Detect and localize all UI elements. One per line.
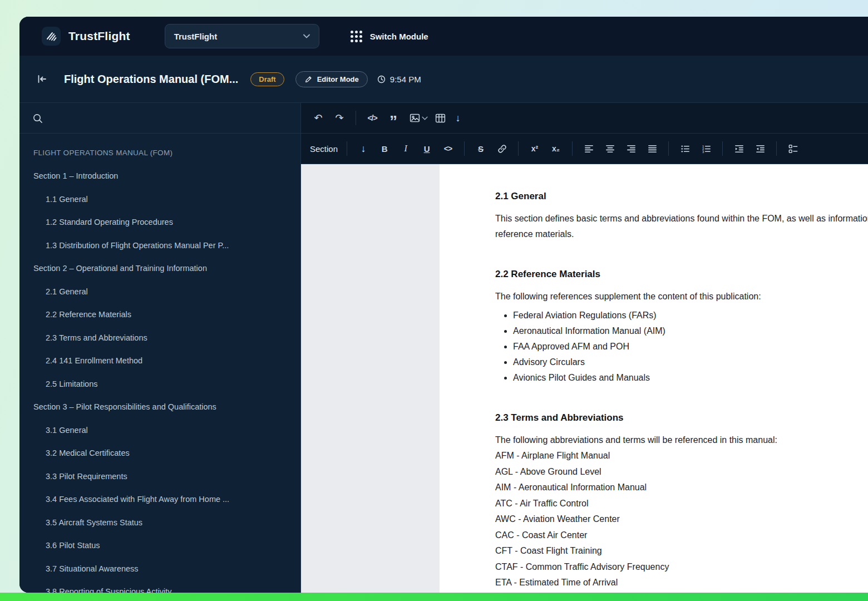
toc-item[interactable]: 3.5 Aircraft Systems Status — [19, 511, 300, 534]
align-right-button[interactable] — [620, 138, 642, 159]
abbreviation-line[interactable]: CFT - Coast Flight Training — [495, 543, 868, 559]
outdent-button[interactable] — [749, 138, 771, 159]
abbreviation-line[interactable]: AGL - Above Ground Level — [495, 464, 868, 480]
italic-button[interactable]: I — [395, 138, 416, 159]
align-left-button[interactable] — [578, 138, 599, 159]
abbreviation-line[interactable]: AWC - Aviation Weather Center — [495, 511, 868, 528]
toc-item-label: 3.8 Reporting of Suspicious Activity — [46, 587, 171, 593]
toc-item-label: Section 1 – Introduction — [33, 171, 118, 180]
abbreviation-line[interactable]: AFM - Airplane Flight Manual — [495, 448, 868, 464]
toc-item[interactable]: 2.1 General — [19, 280, 300, 303]
reference-list-item[interactable]: Federal Aviation Regulations (FARs) — [513, 308, 868, 323]
toc-item[interactable]: 2.2 Reference Materials — [19, 303, 300, 327]
toc-item[interactable]: 2.3 Terms and Abbreviations — [19, 326, 300, 349]
section-paragraph[interactable]: This section defines basic terms and abb… — [495, 211, 868, 242]
section-heading[interactable]: 2.2 Reference Materials — [495, 268, 868, 281]
toc-root-item[interactable]: FLIGHT OPERATIONS MANUAL (FOM) — [19, 141, 300, 165]
inline-code-button[interactable]: <> — [437, 138, 458, 159]
bullet-list-button[interactable] — [674, 138, 696, 159]
toc-item-label: 2.5 Limitations — [46, 380, 98, 388]
section-heading[interactable]: 2.1 General — [495, 190, 868, 203]
toolbar-divider — [722, 141, 723, 156]
abbreviation-line[interactable]: CTAF - Common Traffic Advisory Frequency — [495, 559, 868, 575]
abbreviation-line[interactable]: AIM - Aeronautical Information Manual — [495, 480, 868, 496]
toolbar-divider — [347, 141, 347, 156]
editor-mode-label: Editor Mode — [317, 75, 359, 83]
insert-table-button[interactable] — [430, 107, 451, 129]
accent-bottom-bar — [0, 593, 868, 601]
subscript-button[interactable]: x₂ — [545, 138, 566, 159]
toc-item-label: 2.4 141 Enrollment Method — [46, 356, 142, 365]
align-justify-button[interactable] — [642, 138, 663, 159]
toc-item[interactable]: 1.1 General — [19, 188, 300, 211]
reference-list-item[interactable]: Aeronautical Information Manual (AIM) — [513, 323, 868, 339]
reference-list-item[interactable]: Avionics Pilot Guides and Manuals — [513, 370, 868, 386]
redo-button[interactable]: ↷ — [329, 107, 350, 129]
table-options-arrow-icon[interactable]: ↓ — [451, 107, 465, 129]
undo-button[interactable]: ↶ — [308, 107, 329, 129]
bold-button[interactable]: B — [374, 138, 395, 159]
toc-item[interactable]: 1.2 Standard Operating Procedures — [19, 211, 300, 234]
abbreviation-line[interactable]: ATC - Air Traffic Control — [495, 496, 868, 512]
superscript-button[interactable]: x² — [524, 138, 545, 159]
toolbar-divider — [572, 141, 573, 156]
document-page[interactable]: 2.1 General This section defines basic t… — [440, 164, 868, 593]
toc-item[interactable]: 2.5 Limitations — [19, 372, 300, 396]
toc-item[interactable]: 2.4 141 Enrollment Method — [19, 349, 300, 373]
image-options-chevron-icon[interactable] — [422, 116, 430, 120]
trustflight-logo-icon — [42, 27, 61, 46]
toc-item[interactable]: 3.1 General — [19, 418, 300, 442]
sidebar-search[interactable] — [19, 103, 300, 134]
abbreviation-line[interactable]: ETA - Estimated Time of Arrival — [495, 575, 868, 591]
switch-module-button[interactable]: Switch Module — [351, 31, 428, 42]
toc-item-label: 3.7 Situational Awareness — [46, 564, 139, 573]
toc-item[interactable]: 1.3 Distribution of Flight Operations Ma… — [19, 234, 300, 257]
insert-section-below-button[interactable]: ↓ — [353, 138, 374, 159]
toc-item[interactable]: Section 1 – Introduction — [19, 165, 300, 188]
status-badge: Draft — [250, 72, 284, 86]
toc-item[interactable]: 3.8 Reporting of Suspicious Activity — [19, 580, 300, 593]
indent-button[interactable] — [728, 138, 749, 159]
toolbar-row-insert: ↶ ↷ </> ” ↓ — [301, 103, 868, 134]
toc-items: Section 1 – Introduction 1.1 General 1.2… — [19, 165, 300, 593]
blockquote-button[interactable]: ” — [383, 107, 404, 129]
document-content: 2.1 General This section defines basic t… — [440, 164, 868, 593]
strikethrough-button[interactable]: S — [470, 138, 491, 159]
toc-item[interactable]: Section 2 – Operational and Training Inf… — [19, 257, 300, 280]
reference-list-item[interactable]: FAA Approved AFM and POH — [513, 339, 868, 354]
toc-item-label: 2.1 General — [46, 287, 88, 296]
editor-canvas: 2.1 General This section defines basic t… — [301, 164, 868, 593]
ordered-list-button[interactable]: 123 — [696, 138, 717, 159]
toc-item[interactable]: 3.3 Pilot Requirements — [19, 465, 300, 488]
last-saved-time: 9:54 PM — [377, 75, 421, 84]
toc-item-label: 2.2 Reference Materials — [46, 310, 131, 319]
toolbar-divider — [776, 141, 777, 156]
collapse-sidebar-icon[interactable] — [36, 73, 47, 85]
task-list-button[interactable] — [782, 138, 803, 159]
link-button[interactable] — [491, 138, 512, 159]
section-heading[interactable]: 2.3 Terms and Abbreviations — [495, 411, 868, 425]
document-header: Flight Operations Manual (FOM... Draft E… — [19, 56, 868, 103]
toc-sidebar: FLIGHT OPERATIONS MANUAL (FOM) Section 1… — [19, 103, 301, 593]
toc-item[interactable]: 3.6 Pilot Status — [19, 534, 300, 558]
pencil-icon — [304, 75, 313, 83]
toc-item[interactable]: 3.7 Situational Awareness — [19, 557, 300, 580]
toc-item[interactable]: 3.2 Medical Certificates — [19, 442, 300, 465]
code-block-button[interactable]: </> — [362, 107, 383, 129]
toc-item-label: Section 3 – Pilot Responsibilities and Q… — [33, 402, 216, 411]
underline-button[interactable]: U — [416, 138, 437, 159]
toc-item-label: 1.2 Standard Operating Procedures — [46, 218, 173, 226]
block-format-select[interactable]: Section — [308, 144, 341, 154]
reference-list-item[interactable]: Advisory Circulars — [513, 354, 868, 370]
toc-item[interactable]: Section 3 – Pilot Responsibilities and Q… — [19, 396, 300, 419]
section-paragraph[interactable]: The following abbreviations and terms wi… — [495, 432, 868, 448]
brand-name: TrustFlight — [68, 29, 130, 43]
toc-item[interactable]: 3.4 Fees Associated with Flight Away fro… — [19, 488, 300, 511]
workspace-selector-value: TrustFlight — [174, 32, 303, 41]
workspace-selector[interactable]: TrustFlight — [165, 24, 319, 48]
svg-text:3: 3 — [702, 150, 704, 154]
section-paragraph[interactable]: The following references supplement the … — [495, 289, 868, 304]
abbreviation-line[interactable]: CAC - Coast Air Center — [495, 528, 868, 544]
align-center-button[interactable] — [599, 138, 620, 159]
editor-mode-button[interactable]: Editor Mode — [295, 71, 368, 87]
